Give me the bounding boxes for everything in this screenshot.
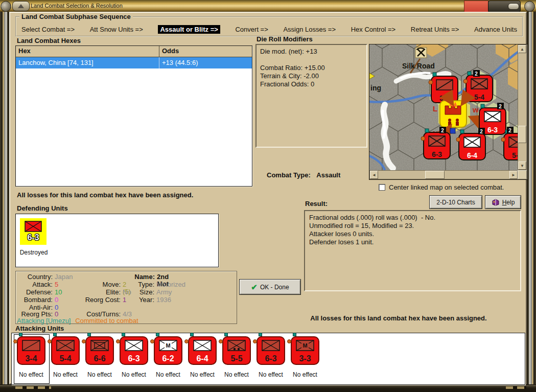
phase-convert: Convert => bbox=[235, 26, 268, 33]
supply-dot bbox=[156, 333, 159, 336]
motorized-infantry-symbol: M bbox=[159, 340, 177, 351]
name-label: Name: bbox=[118, 273, 155, 281]
reorg-cost-label: Reorg Cost: bbox=[64, 296, 121, 304]
attacking-unit-2[interactable]: 5-4 bbox=[51, 336, 80, 365]
close-button[interactable] bbox=[464, 1, 488, 12]
result-line: Fractional odds (.000) roll was (.000) -… bbox=[309, 214, 516, 222]
help-book-icon bbox=[492, 199, 500, 206]
linked-map[interactable]: Silk Road ing L w NS 3-4 bbox=[369, 44, 528, 180]
hex-table-header: Hex Odds bbox=[16, 46, 252, 57]
status-dot bbox=[48, 339, 52, 343]
modifiers-panel: Die mod. (net): +13 Combat Ratio: +15.00… bbox=[255, 44, 367, 148]
status-dot bbox=[184, 339, 189, 343]
vscroll-thumb[interactable] bbox=[518, 126, 526, 143]
elite-label: Elite: bbox=[64, 289, 121, 296]
hex-list-title: Land Combat Hexes bbox=[17, 37, 81, 44]
attacking-unit-6[interactable]: 6-4 bbox=[188, 336, 217, 365]
help-button[interactable]: Help bbox=[485, 195, 521, 209]
attacking-status: Attacking [Umezu] bbox=[17, 317, 71, 325]
mechanized-symbol bbox=[90, 340, 109, 351]
reorg-cost-value: 1 bbox=[123, 296, 126, 304]
supply-dot bbox=[190, 333, 194, 336]
frame-left bbox=[0, 12, 9, 384]
status-dot bbox=[219, 339, 223, 343]
attacking-unit-8[interactable]: 6-3 bbox=[257, 336, 285, 365]
hscroll-thumb[interactable] bbox=[425, 171, 445, 179]
status-dot bbox=[116, 339, 120, 343]
unit-effect: No effect bbox=[116, 371, 151, 378]
scroll-right-button[interactable]: ► bbox=[509, 171, 518, 179]
charts-button[interactable]: 2-D-10 Charts bbox=[429, 195, 482, 209]
attacking-unit-4[interactable]: 6-3 bbox=[120, 336, 148, 365]
combat-type: Combat Type: Assault bbox=[267, 171, 340, 179]
result-line: Attacker loses 0 units. bbox=[309, 230, 516, 238]
frame-deco bbox=[506, 386, 526, 389]
attack-label: Attack: bbox=[17, 281, 53, 288]
unit-effect: No effect bbox=[151, 371, 185, 378]
losses-assigned-message-right: All losses for this land combat hex have… bbox=[276, 314, 521, 322]
check-icon: ✔ bbox=[251, 283, 258, 292]
map-vscrollbar[interactable]: ▲ ▼ bbox=[518, 44, 527, 170]
svg-text:2: 2 bbox=[475, 71, 478, 77]
map-hscrollbar[interactable]: ◄ ► bbox=[369, 170, 518, 179]
hex-table: Hex Odds Lanchow, China [74, 131] +13 (4… bbox=[15, 45, 252, 187]
scroll-left-button[interactable]: ◄ bbox=[370, 171, 378, 179]
defending-unit-6-3[interactable]: 6-3 bbox=[20, 218, 46, 245]
defending-unit-strength: 6-3 bbox=[20, 233, 46, 242]
frame-bottom bbox=[0, 384, 536, 392]
stack-badge: 2 bbox=[497, 103, 504, 109]
unit-effect: No effect bbox=[14, 371, 49, 378]
phase-hex-control: Hex Control => bbox=[351, 26, 395, 33]
infantry-symbol bbox=[25, 221, 42, 232]
window-knob-icon bbox=[1, 1, 11, 12]
phase-retreat-units: Retreat Units => bbox=[411, 26, 459, 33]
defense-label: Defense: bbox=[17, 289, 53, 296]
unit-effect: No effect bbox=[288, 371, 322, 378]
result-title: Result: bbox=[305, 200, 328, 207]
svg-text:2: 2 bbox=[480, 129, 483, 134]
bombard-value: 0 bbox=[55, 296, 58, 304]
map-label-silk-road: Silk Road bbox=[402, 62, 435, 70]
window-menu-button[interactable] bbox=[12, 1, 30, 11]
titlebar-oval-button[interactable] bbox=[508, 3, 519, 10]
map-label-w: w bbox=[472, 105, 479, 114]
status-dot bbox=[287, 339, 291, 343]
modifier-line: Combat Ratio: +15.00 bbox=[260, 64, 363, 72]
year-label: Year: bbox=[134, 296, 154, 304]
col-odds: Odds bbox=[159, 46, 252, 57]
attacking-unit-3[interactable]: 6-6 bbox=[85, 336, 114, 365]
scroll-down-button[interactable]: ▼ bbox=[518, 162, 526, 170]
hex-table-row-selected[interactable]: Lanchow, China [74, 131] +13 (44.5:6) bbox=[16, 57, 252, 68]
hex-cell: Lanchow, China [74, 131] bbox=[16, 57, 159, 68]
attacking-unit-9[interactable]: M 3-3 bbox=[291, 336, 319, 365]
center-map-label: Center linked map on selected combat. bbox=[389, 183, 504, 191]
svg-text:2: 2 bbox=[499, 104, 502, 109]
size-value: Army bbox=[156, 289, 172, 296]
attacking-unit-5[interactable]: M 6-2 bbox=[154, 336, 182, 365]
window-title: Land Combat Selection & Resolution bbox=[31, 3, 123, 9]
map-unit-3-4[interactable]: 3-4 bbox=[429, 73, 458, 103]
phase-assign-losses: Assign Losses => bbox=[283, 26, 336, 33]
combat-type-value: Assault bbox=[316, 171, 340, 179]
attacking-unit-7[interactable]: 5-5 bbox=[222, 336, 251, 365]
supply-dot bbox=[19, 333, 22, 336]
svg-text:6-3: 6-3 bbox=[487, 126, 498, 134]
supply-dot bbox=[224, 333, 228, 336]
scroll-up-button[interactable]: ▲ bbox=[518, 45, 526, 53]
center-map-checkbox[interactable] bbox=[379, 184, 385, 191]
infantry-symbol bbox=[56, 340, 75, 351]
map-label-l: L bbox=[433, 104, 437, 113]
attack-value: 5 bbox=[55, 281, 58, 288]
modifier-line bbox=[260, 56, 363, 64]
attacking-unit-1[interactable]: 3-4 bbox=[17, 336, 45, 365]
svg-text:6-3: 6-3 bbox=[432, 150, 442, 158]
unit-effect: No effect bbox=[82, 371, 117, 378]
ok-done-button[interactable]: ✔ OK - Done bbox=[239, 279, 301, 295]
result-panel: Fractional odds (.000) roll was (.000) -… bbox=[304, 210, 521, 291]
help-label-rest: elp bbox=[506, 199, 515, 206]
unit-details-panel: Country: Japan Name: 2nd Mot Attack: 5 M… bbox=[15, 271, 237, 324]
scrollbar-corner bbox=[518, 170, 527, 179]
status-dot bbox=[253, 339, 257, 343]
result-line: Defender loses 1 unit. bbox=[309, 238, 516, 246]
defending-units-panel: 6-3 Destroyed bbox=[15, 214, 219, 267]
